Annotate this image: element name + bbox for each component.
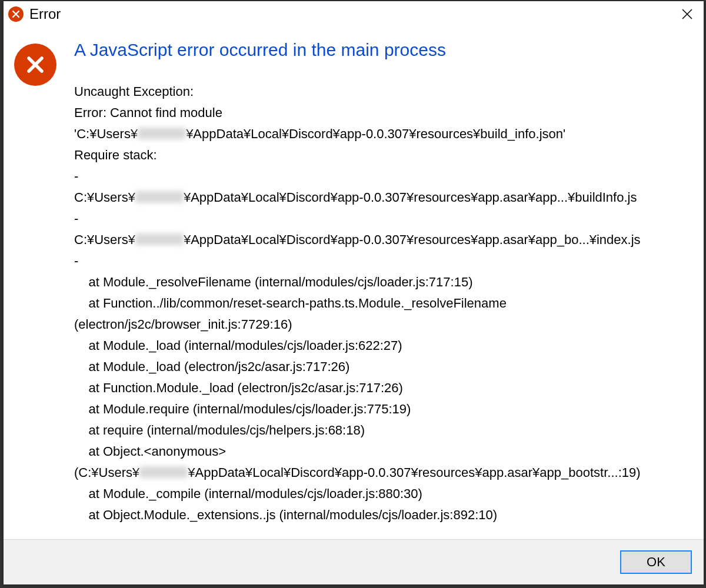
error-line: at Function.Module._load (electron/js2c/…	[74, 377, 693, 399]
error-line: at Module._resolveFilename (internal/mod…	[74, 272, 693, 293]
error-line: at Object.<anonymous>	[74, 441, 693, 462]
redacted-username	[135, 191, 184, 203]
error-line: -	[74, 166, 693, 187]
error-line: at Object.Module._extensions..js (intern…	[74, 505, 693, 526]
error-line: Uncaught Exception:	[74, 81, 693, 102]
titlebar-title: Error	[29, 6, 61, 22]
error-line: Error: Cannot find module	[74, 102, 693, 123]
error-line: -	[74, 208, 693, 229]
error-line: 'C:¥Users¥¥AppData¥Local¥Discord¥app-0.0…	[74, 123, 693, 145]
error-line: -	[74, 250, 693, 272]
error-icon	[14, 44, 56, 86]
error-line: C:¥Users¥¥AppData¥Local¥Discord¥app-0.0.…	[74, 229, 693, 250]
titlebar: Error	[4, 1, 704, 27]
error-line: at Module._load (internal/modules/cjs/lo…	[74, 335, 693, 356]
error-line: Require stack:	[74, 145, 693, 166]
error-line: at Module._load (electron/js2c/asar.js:7…	[74, 356, 693, 377]
error-line: at Module._compile (internal/modules/cjs…	[74, 483, 693, 505]
redacted-username	[135, 233, 184, 245]
close-button[interactable]	[674, 1, 700, 27]
dialog-content: A JavaScript error occurred in the main …	[4, 27, 704, 539]
error-line: at Module.require (internal/modules/cjs/…	[74, 399, 693, 420]
error-line: at Function../lib/common/reset-search-pa…	[74, 293, 693, 314]
dialog-body: A JavaScript error occurred in the main …	[74, 40, 693, 534]
error-line: (electron/js2c/browser_init.js:7729:16)	[74, 314, 693, 335]
dialog-heading: A JavaScript error occurred in the main …	[74, 40, 693, 60]
error-dialog: Error A JavaScript error occurred in the…	[4, 1, 704, 584]
ok-button[interactable]: OK	[620, 550, 692, 574]
error-line: (C:¥Users¥¥AppData¥Local¥Discord¥app-0.0…	[74, 462, 693, 483]
error-icon	[8, 6, 24, 22]
error-message: Uncaught Exception:Error: Cannot find mo…	[74, 81, 693, 526]
close-icon	[681, 8, 693, 20]
error-line: at require (internal/modules/cjs/helpers…	[74, 420, 693, 441]
redacted-username	[139, 466, 188, 478]
dialog-footer: OK	[4, 539, 704, 584]
error-line: C:¥Users¥¥AppData¥Local¥Discord¥app-0.0.…	[74, 187, 693, 208]
redacted-username	[138, 128, 186, 139]
